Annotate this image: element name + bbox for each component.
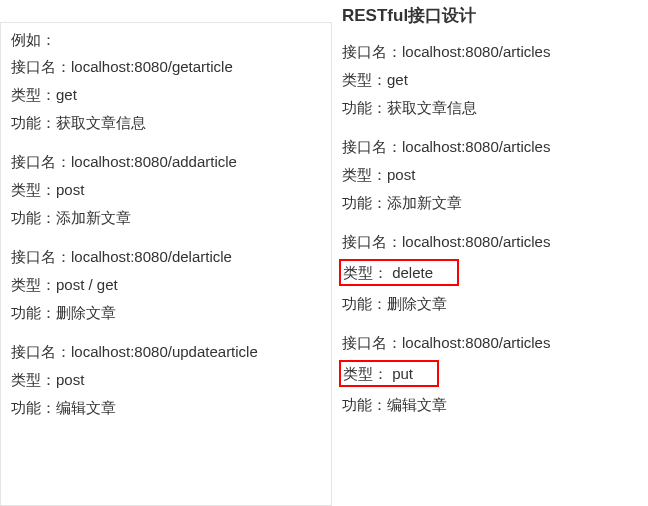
api-type-label: 类型： [11,84,56,105]
api-func-row: 功能： 删除文章 [342,293,638,314]
api-func-value: 获取文章信息 [56,112,146,133]
api-func-label: 功能： [11,112,56,133]
api-func-value: 添加新文章 [387,192,462,213]
api-type-value: post / get [56,274,118,295]
api-type-value: put [392,365,413,382]
api-type-value: get [56,84,77,105]
left-group-1: 接口名： localhost:8080/addarticle 类型： post … [11,151,321,228]
api-func-row: 功能： 获取文章信息 [11,112,321,133]
api-func-value: 编辑文章 [387,394,447,415]
api-type-row: 类型： post [11,369,321,390]
api-func-value: 编辑文章 [56,397,116,418]
api-type-row: 类型： post [342,164,638,185]
api-func-value: 删除文章 [56,302,116,323]
api-func-label: 功能： [342,394,387,415]
api-name-label: 接口名： [11,151,71,172]
highlight-box: 类型： put [339,360,439,387]
api-func-row: 功能： 获取文章信息 [342,97,638,118]
api-type-row: 类型： put [342,360,638,387]
api-name-row: 接口名： localhost:8080/articles [342,231,638,252]
api-func-row: 功能： 编辑文章 [342,394,638,415]
api-type-row: 类型： get [342,69,638,90]
api-name-value: localhost:8080/articles [402,136,550,157]
api-name-label: 接口名： [11,341,71,362]
restful-column: RESTful接口设计 接口名： localhost:8080/articles… [332,0,648,506]
api-type-value: post [56,179,84,200]
api-type-value: get [387,69,408,90]
api-type-row: 类型： delete [342,259,638,286]
api-func-row: 功能： 编辑文章 [11,397,321,418]
api-func-value: 添加新文章 [56,207,131,228]
api-name-value: localhost:8080/articles [402,41,550,62]
api-type-row: 类型： post [11,179,321,200]
left-group-2: 接口名： localhost:8080/delarticle 类型： post … [11,246,321,323]
api-name-value: localhost:8080/getarticle [71,56,233,77]
right-group-2: 接口名： localhost:8080/articles 类型： delete … [342,231,638,314]
api-name-row: 接口名： localhost:8080/articles [342,332,638,353]
traditional-column: 例如： 接口名： localhost:8080/getarticle 类型： g… [0,22,332,506]
api-type-value: post [387,164,415,185]
api-func-row: 功能： 添加新文章 [11,207,321,228]
api-func-row: 功能： 删除文章 [11,302,321,323]
api-name-label: 接口名： [342,231,402,252]
right-group-3: 接口名： localhost:8080/articles 类型： put 功能：… [342,332,638,415]
api-type-label: 类型： [342,69,387,90]
right-group-1: 接口名： localhost:8080/articles 类型： post 功能… [342,136,638,213]
api-type-value: post [56,369,84,390]
api-name-row: 接口名： localhost:8080/articles [342,136,638,157]
api-func-value: 获取文章信息 [387,97,477,118]
api-name-label: 接口名： [342,136,402,157]
api-name-value: localhost:8080/articles [402,332,550,353]
comparison-container: 例如： 接口名： localhost:8080/getarticle 类型： g… [0,0,648,506]
api-name-row: 接口名： localhost:8080/addarticle [11,151,321,172]
example-lead: 例如： [11,31,321,50]
api-name-row: 接口名： localhost:8080/articles [342,41,638,62]
right-group-0: 接口名： localhost:8080/articles 类型： get 功能：… [342,41,638,118]
api-type-value: delete [392,264,433,281]
api-func-row: 功能： 添加新文章 [342,192,638,213]
api-name-value: localhost:8080/addarticle [71,151,237,172]
api-name-row: 接口名： localhost:8080/updatearticle [11,341,321,362]
api-name-label: 接口名： [342,41,402,62]
api-name-row: 接口名： localhost:8080/delarticle [11,246,321,267]
left-group-0: 接口名： localhost:8080/getarticle 类型： get 功… [11,56,321,133]
highlight-box: 类型： delete [339,259,459,286]
api-type-row: 类型： post / get [11,274,321,295]
api-name-value: localhost:8080/delarticle [71,246,232,267]
left-group-3: 接口名： localhost:8080/updatearticle 类型： po… [11,341,321,418]
api-name-row: 接口名： localhost:8080/getarticle [11,56,321,77]
api-func-label: 功能： [11,207,56,228]
api-type-label: 类型： [11,369,56,390]
api-func-label: 功能： [342,192,387,213]
api-type-row: 类型： get [11,84,321,105]
api-name-label: 接口名： [342,332,402,353]
api-func-label: 功能： [11,397,56,418]
api-name-label: 接口名： [11,246,71,267]
api-func-value: 删除文章 [387,293,447,314]
api-type-label: 类型： [343,264,388,281]
api-func-label: 功能： [342,293,387,314]
api-type-label: 类型： [342,164,387,185]
api-type-label: 类型： [343,365,388,382]
api-func-label: 功能： [11,302,56,323]
api-name-value: localhost:8080/articles [402,231,550,252]
api-name-value: localhost:8080/updatearticle [71,341,258,362]
api-func-label: 功能： [342,97,387,118]
api-type-label: 类型： [11,179,56,200]
api-name-label: 接口名： [11,56,71,77]
api-type-label: 类型： [11,274,56,295]
restful-title: RESTful接口设计 [342,4,638,27]
